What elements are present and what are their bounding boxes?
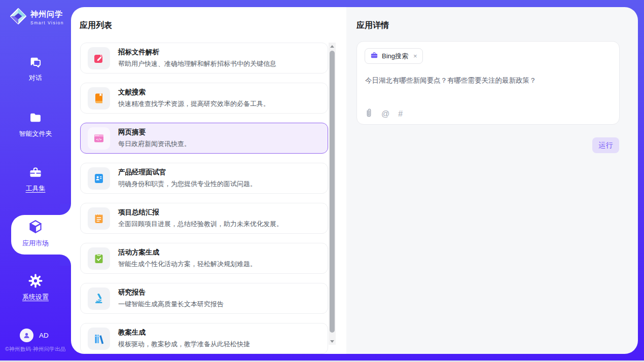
paperclip-icon[interactable]	[365, 108, 373, 120]
scrollbar-down-arrow[interactable]	[329, 338, 336, 345]
app-card-name: 招标文件解析	[118, 48, 276, 57]
scrollbar-thumb[interactable]	[330, 51, 335, 333]
close-icon[interactable]: ×	[413, 52, 417, 60]
svg-text:</>: </>	[96, 137, 101, 141]
sidebar-item-toolset[interactable]: 工具集	[0, 165, 71, 193]
folder-icon	[28, 111, 43, 126]
app-list-title: 应用列表	[80, 20, 112, 31]
prompt-input-card: Bing搜索 × 今日湖北有哪些新闻要点？有哪些需要关注的最新政策？ @ #	[356, 41, 620, 125]
briefcase-icon	[370, 51, 378, 61]
sidebar-item-settings[interactable]: 系统设置	[0, 274, 71, 302]
brand-name: 神州问学	[30, 10, 64, 19]
app-card-desc: 智能生成个性化活动方案，轻松解决规划难题。	[118, 260, 257, 269]
app-card-desc: 全面回顾项目进展，总结经验教训，助力未来优化发展。	[118, 220, 283, 229]
sidebar-item-smart-folder[interactable]: 智能文件夹	[0, 111, 71, 138]
user-avatar-icon	[20, 329, 33, 342]
gear-icon	[28, 274, 43, 289]
app-detail-panel: 应用详情 Bing搜索 × 今日湖北有哪些新闻要点？有哪些需要关注的最新政策？	[346, 7, 638, 354]
app-card-desc: 模板驱动，教案秒成，教学准备从此轻松快捷	[118, 340, 250, 349]
app-card-lesson-plan[interactable]: 教案生成 模板驱动，教案秒成，教学准备从此轻松快捷	[80, 323, 328, 354]
active-tab-curve-bottom	[60, 255, 71, 266]
mention-icon[interactable]: @	[381, 110, 389, 119]
app-card-webpage-summary-selected[interactable]: </> 网页摘要 每日政府新闻资讯快查。	[80, 123, 328, 154]
app-card-name: 文献搜索	[118, 88, 270, 97]
app-card-pm-interviewer[interactable]: 产品经理面试官 明确身份和职责，为您提供专业性的面试问题。	[80, 163, 328, 194]
app-card-desc: 每日政府新闻资讯快查。	[118, 139, 191, 149]
app-card-desc: 帮助用户快速、准确地理解和解析招标书中的关键信息	[118, 59, 276, 68]
books-icon	[88, 328, 110, 350]
app-card-desc: 明确身份和职责，为您提供专业性的面试问题。	[118, 179, 257, 189]
user-account[interactable]: AD	[0, 329, 71, 342]
app-card-name: 研究报告	[118, 288, 224, 297]
app-card-name: 网页摘要	[118, 128, 191, 137]
sidebar: 神州问学 Smart Vision 对话 智能文件夹	[0, 0, 71, 362]
composer-toolbar: @ #	[365, 108, 403, 120]
app-window: 神州问学 Smart Vision 对话 智能文件夹	[0, 0, 644, 362]
app-card-name: 教案生成	[118, 328, 250, 337]
tool-tag-bing-search[interactable]: Bing搜索 ×	[365, 48, 423, 64]
browser-code-icon: </>	[88, 127, 110, 150]
app-card-name: 产品经理面试官	[118, 168, 257, 177]
sidebar-item-label: 工具集	[26, 184, 46, 193]
book-icon	[88, 87, 110, 110]
app-card-name: 项目总结汇报	[118, 208, 283, 217]
scrollbar-up-arrow[interactable]	[329, 43, 336, 50]
app-list-panel: 应用列表 招标文件解析 帮助用户快速、准确地理解和解析招标书中的关键信息	[71, 7, 346, 354]
microscope-icon	[88, 287, 110, 310]
app-card-literature-search[interactable]: 文献搜索 快速精准查找学术资源，提高研究效率的必备工具。	[80, 83, 328, 114]
brand-subtitle: Smart Vision	[30, 20, 64, 25]
app-list-scrollbar[interactable]	[329, 43, 336, 345]
app-card-research-report[interactable]: 研究报告 一键智能生成高质量长文本研究报告	[80, 283, 328, 314]
sidebar-item-label: 对话	[29, 74, 42, 83]
run-button[interactable]: 运行	[592, 137, 619, 153]
app-card-name: 活动方案生成	[118, 248, 257, 257]
resume-person-icon	[88, 167, 110, 190]
tool-tag-label: Bing搜索	[382, 52, 408, 61]
app-card-event-plan[interactable]: 活动方案生成 智能生成个性化活动方案，轻松解决规划难题。	[80, 243, 328, 274]
notepad-icon	[88, 207, 110, 230]
chat-icon	[28, 55, 43, 70]
toolbox-icon	[28, 165, 43, 181]
prompt-text-input[interactable]: 今日湖北有哪些新闻要点？有哪些需要关注的最新政策？	[365, 76, 611, 85]
diamond-logo-icon	[9, 7, 27, 27]
brand-logo: 神州问学 Smart Vision	[9, 7, 64, 27]
cube-icon	[28, 219, 43, 236]
user-name: AD	[39, 332, 49, 339]
copyright-footer: ©神州数码·神州问学出品	[0, 346, 71, 353]
sidebar-item-label: 智能文件夹	[19, 129, 52, 138]
doc-edit-icon	[88, 47, 110, 69]
sidebar-item-chat[interactable]: 对话	[0, 55, 71, 83]
topic-hash-icon[interactable]: #	[398, 110, 403, 119]
app-card-bid-document-parse[interactable]: 招标文件解析 帮助用户快速、准确地理解和解析招标书中的关键信息	[80, 43, 328, 74]
sidebar-item-label: 系统设置	[22, 293, 49, 302]
sidebar-item-label: 应用市场	[22, 239, 49, 248]
app-card-desc: 一键智能生成高质量长文本研究报告	[118, 300, 224, 309]
app-card-desc: 快速精准查找学术资源，提高研究效率的必备工具。	[118, 99, 270, 108]
clipboard-check-icon	[88, 247, 110, 270]
app-detail-title: 应用详情	[356, 20, 389, 31]
app-card-project-summary[interactable]: 项目总结汇报 全面回顾项目进展，总结经验教训，助力未来优化发展。	[80, 203, 328, 234]
app-card-list: 招标文件解析 帮助用户快速、准确地理解和解析招标书中的关键信息 文献搜索 快速精…	[80, 43, 328, 354]
active-tab-curve-top	[60, 204, 71, 215]
sidebar-item-app-market[interactable]: 应用市场	[0, 219, 71, 248]
